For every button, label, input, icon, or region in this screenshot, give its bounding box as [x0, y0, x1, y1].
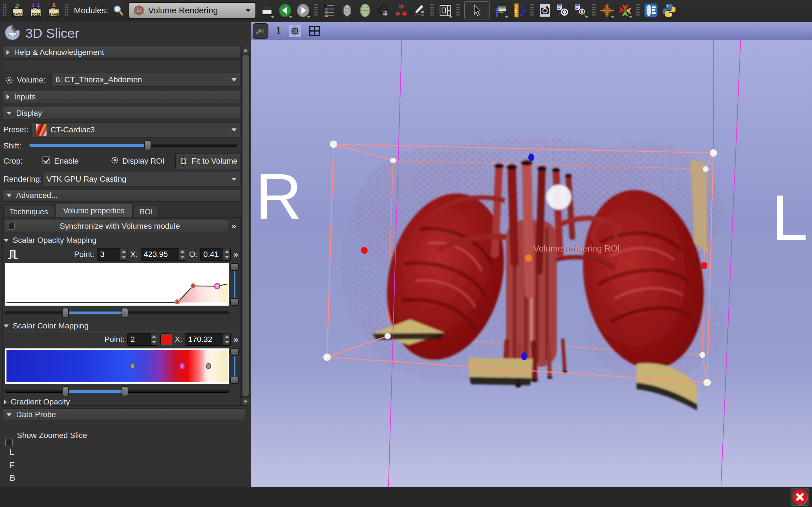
- scalar-opacity-header[interactable]: Scalar Opacity Mapping: [4, 235, 96, 245]
- color-point-1[interactable]: [130, 363, 135, 369]
- opacity-o-spinbox[interactable]: 0.41: [200, 248, 231, 261]
- preset-selector[interactable]: CT-Cardiac3: [32, 122, 241, 137]
- toolbar-grip[interactable]: [530, 4, 534, 17]
- models-module-icon[interactable]: [358, 2, 372, 19]
- color-swatch-button[interactable]: [161, 334, 172, 345]
- opacity-point-1[interactable]: [175, 300, 180, 304]
- color-point-2-selected[interactable]: [180, 363, 185, 369]
- mouse-interaction-mode-button[interactable]: [464, 1, 490, 19]
- roi-bottom-face-handle[interactable]: [521, 352, 527, 360]
- module-selector[interactable]: Volume Rendering: [129, 2, 256, 18]
- layout-grid-icon[interactable]: [308, 25, 321, 37]
- toolbar-grip[interactable]: [636, 4, 640, 17]
- scene-view-restore-button[interactable]: [574, 2, 588, 19]
- toolbar-grip[interactable]: [314, 4, 318, 17]
- help-acknowledgement-section[interactable]: Help & Acknowledgement: [2, 46, 241, 59]
- color-xrange-min-handle[interactable]: [62, 386, 69, 396]
- crosshair-button[interactable]: [600, 2, 614, 19]
- toolbar-grip[interactable]: [430, 4, 434, 17]
- toolbar-grip[interactable]: [3, 4, 7, 17]
- gradient-opacity-label: Gradient Opacity: [11, 397, 70, 406]
- scalar-color-header[interactable]: Scalar Color Mapping: [4, 321, 89, 331]
- shift-slider-handle[interactable]: [144, 140, 151, 151]
- roi-center-handle[interactable]: [525, 255, 532, 262]
- capture-view-button[interactable]: [438, 2, 452, 19]
- color-vzoom-top-handle[interactable]: [231, 348, 239, 356]
- shift-slider[interactable]: [29, 140, 237, 151]
- adjust-window-level-button[interactable]: [494, 2, 508, 19]
- load-dicom-button[interactable]: DCM: [29, 2, 43, 19]
- synchronize-volumes-button[interactable]: Synchronize with Volumes module: [5, 220, 228, 232]
- tab-roi[interactable]: ROI: [134, 206, 158, 218]
- annotations-module-icon[interactable]: [412, 2, 426, 19]
- extensions-pinwheel-icon[interactable]: [618, 2, 632, 19]
- display-roi-visibility-icon[interactable]: [110, 156, 119, 165]
- opacity-transfer-function-editor[interactable]: [5, 263, 229, 305]
- advanced-section[interactable]: Advanced...: [2, 189, 241, 202]
- scrollbar-thumb[interactable]: [243, 55, 249, 396]
- opacity-vzoom-bottom-handle[interactable]: [231, 298, 239, 305]
- roi-left-face-handle[interactable]: [361, 247, 368, 254]
- volume-module-icon[interactable]: [340, 2, 354, 19]
- opacity-vzoom-top-handle[interactable]: [231, 263, 239, 271]
- maximize-view-icon[interactable]: [289, 25, 301, 37]
- toolbar-grip[interactable]: [456, 4, 460, 17]
- opacity-vertical-zoom-slider[interactable]: [231, 263, 239, 305]
- color-point-spinbox[interactable]: 2: [128, 333, 158, 346]
- color-more-button[interactable]: »: [234, 335, 238, 344]
- opacity-xrange-slider[interactable]: [5, 308, 229, 318]
- load-data-button[interactable]: DATA: [11, 2, 25, 19]
- scrollbar-up-button[interactable]: [242, 47, 250, 54]
- color-point-3[interactable]: [206, 363, 211, 369]
- color-x-spinbox[interactable]: 170.32: [185, 333, 231, 346]
- history-forward-button[interactable]: [296, 2, 310, 19]
- markups-module-icon[interactable]: [394, 2, 408, 19]
- layout-selector-button[interactable]: [260, 2, 274, 19]
- scrollbar-down-button[interactable]: [242, 398, 250, 405]
- rendering-selector[interactable]: VTK GPU Ray Casting: [42, 172, 241, 186]
- color-vertical-zoom-slider[interactable]: [231, 348, 239, 384]
- toolbar-grip[interactable]: [65, 4, 69, 17]
- volume-visibility-icon[interactable]: [4, 75, 14, 85]
- data-probe-section[interactable]: Data Probe: [2, 408, 245, 421]
- subject-hierarchy-icon[interactable]: [322, 2, 336, 19]
- view-pin-button[interactable]: [253, 23, 268, 39]
- module-search-icon[interactable]: [112, 2, 124, 19]
- opacity-point-spinbox[interactable]: 3: [97, 248, 128, 261]
- opacity-xrange-max-handle[interactable]: [121, 308, 128, 318]
- screenshot-button[interactable]: [538, 2, 552, 19]
- threed-viewport[interactable]: Volume rendering ROI Volume rendering RO…: [251, 40, 812, 487]
- sync-more-button[interactable]: »: [232, 221, 236, 231]
- volume-selector[interactable]: 6: CT_Thorax_Abdomen: [51, 73, 241, 87]
- fit-to-volume-button[interactable]: Fit to Volume: [175, 153, 241, 169]
- tab-volume-properties[interactable]: Volume properties: [55, 204, 133, 218]
- opacity-x-spinbox[interactable]: 423.95: [141, 248, 186, 261]
- history-back-button[interactable]: [278, 2, 292, 19]
- toolbar-grip[interactable]: [592, 4, 596, 17]
- crop-enable-checkbox[interactable]: [42, 156, 50, 164]
- transforms-module-icon[interactable]: [376, 2, 390, 19]
- roi-right-face-handle[interactable]: [701, 262, 707, 269]
- sync-checkbox[interactable]: [8, 223, 15, 230]
- display-section[interactable]: Display: [2, 107, 241, 119]
- error-log-button[interactable]: [791, 488, 809, 506]
- opacity-more-button[interactable]: »: [234, 249, 238, 259]
- color-vzoom-bottom-handle[interactable]: [231, 377, 239, 384]
- measurements-ruler-icon[interactable]: [512, 2, 526, 19]
- opacity-point-3-selected[interactable]: [214, 284, 220, 289]
- inputs-section[interactable]: Inputs: [2, 91, 241, 103]
- color-transfer-function-editor[interactable]: [5, 348, 229, 384]
- color-xrange-slider[interactable]: [5, 386, 229, 396]
- opacity-point-2[interactable]: [191, 284, 195, 288]
- extension-manager-icon[interactable]: [644, 2, 658, 19]
- roi-top-face-handle[interactable]: [528, 154, 534, 161]
- save-button[interactable]: SAVE: [47, 2, 61, 19]
- show-zoomed-slice-checkbox[interactable]: [5, 439, 13, 446]
- panel-scrollbar[interactable]: [241, 46, 250, 406]
- python-console-icon[interactable]: [662, 2, 676, 19]
- color-xrange-max-handle[interactable]: [121, 386, 128, 396]
- opacity-xrange-min-handle[interactable]: [62, 308, 69, 318]
- tab-techniques[interactable]: Techniques: [3, 206, 54, 218]
- scene-view-capture-button[interactable]: [556, 2, 570, 19]
- gradient-opacity-header[interactable]: Gradient Opacity: [4, 397, 70, 407]
